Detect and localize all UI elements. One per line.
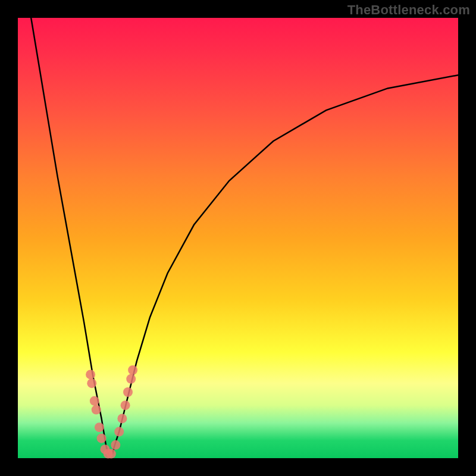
data-point — [92, 405, 101, 415]
data-point — [128, 365, 137, 375]
curve-left-branch — [31, 18, 108, 454]
data-point — [95, 422, 104, 432]
data-point — [117, 414, 127, 423]
data-point — [126, 374, 136, 384]
data-point — [111, 440, 120, 450]
data-point — [107, 449, 116, 459]
data-point — [86, 369, 95, 379]
curve-right-branch — [112, 75, 458, 453]
data-point — [87, 378, 96, 388]
chart-frame: TheBottleneck.com — [0, 0, 476, 476]
data-point — [114, 427, 124, 437]
data-point — [90, 396, 99, 406]
curve-group — [31, 18, 458, 454]
data-point — [123, 387, 133, 397]
watermark-text: TheBottleneck.com — [347, 2, 470, 18]
data-point — [121, 400, 130, 410]
dots-group — [86, 365, 137, 459]
chart-svg — [18, 18, 458, 458]
data-point — [97, 434, 107, 443]
plot-area — [18, 18, 458, 458]
